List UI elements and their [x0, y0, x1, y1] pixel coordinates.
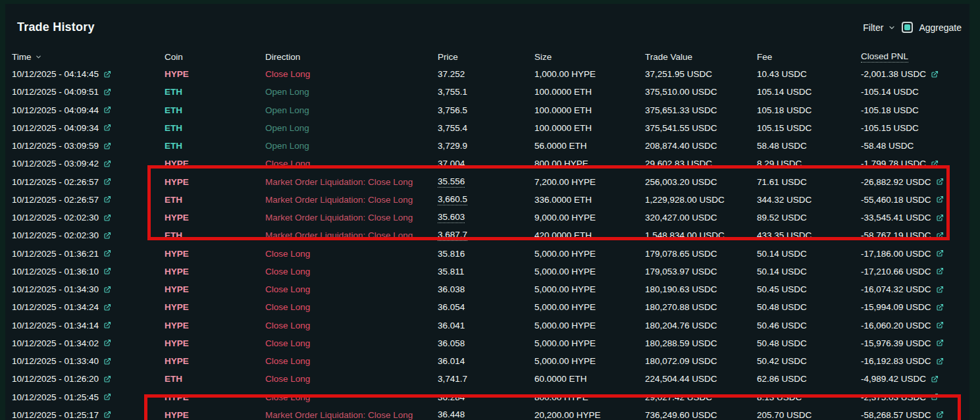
- external-link-icon[interactable]: [936, 249, 944, 257]
- trade-time-cell: 10/12/2025 - 03:09:59: [12, 141, 165, 151]
- table-row: 10/12/2025 - 01:25:45 HYPE Close Long 36…: [12, 388, 960, 406]
- trade-closed-pnl: -26,882.92 USDC: [861, 177, 960, 187]
- external-link-icon[interactable]: [103, 124, 111, 132]
- trade-value: 180,204.76 USDC: [645, 321, 757, 330]
- table-row: 10/12/2025 - 01:34:14 HYPE Close Long 36…: [12, 317, 960, 334]
- external-link-icon[interactable]: [103, 267, 111, 275]
- trade-price: 36.041: [438, 321, 534, 330]
- trade-size: 20,200.00 HYPE: [534, 410, 645, 420]
- trade-fee: 62.86 USDC: [757, 374, 861, 384]
- external-link-icon[interactable]: [936, 321, 944, 329]
- trade-direction: Close Long: [265, 267, 438, 276]
- trade-size: 5,000.00 HYPE: [534, 249, 645, 259]
- page-title: Trade History: [17, 20, 95, 34]
- external-link-icon[interactable]: [103, 393, 111, 401]
- trade-coin: HYPE: [165, 302, 265, 312]
- trade-price: 35.603: [438, 212, 534, 223]
- external-link-icon[interactable]: [931, 393, 939, 401]
- trade-time-cell: 10/12/2025 - 01:33:40: [12, 356, 165, 366]
- trade-time-cell: 10/12/2025 - 02:26:57: [12, 195, 165, 205]
- column-header-fee: Fee: [757, 52, 861, 62]
- trade-size: 420.0000 ETH: [534, 230, 645, 240]
- external-link-icon[interactable]: [936, 232, 944, 240]
- external-link-icon[interactable]: [103, 106, 111, 114]
- filter-button[interactable]: Filter: [863, 22, 896, 33]
- trade-price: 36.038: [438, 284, 534, 294]
- trade-time-cell: 10/12/2025 - 01:36:21: [12, 249, 165, 259]
- external-link-icon[interactable]: [936, 178, 944, 186]
- aggregate-checkbox[interactable]: [902, 22, 913, 33]
- trade-closed-pnl: -2,375.03 USDC: [861, 392, 960, 402]
- external-link-icon[interactable]: [103, 286, 111, 294]
- chevron-down-icon: [888, 24, 896, 32]
- external-link-icon[interactable]: [936, 411, 944, 419]
- trade-coin: HYPE: [165, 249, 265, 259]
- trade-size: 1,000.00 HYPE: [534, 69, 645, 79]
- external-link-icon[interactable]: [103, 357, 111, 365]
- external-link-icon[interactable]: [103, 160, 111, 168]
- trade-coin: HYPE: [165, 321, 265, 330]
- external-link-icon[interactable]: [103, 411, 111, 419]
- trade-fee: 10.43 USDC: [757, 69, 861, 79]
- external-link-icon[interactable]: [103, 232, 111, 240]
- trade-price: 3,660.5: [438, 194, 534, 205]
- trade-size: 9,000.00 HYPE: [534, 213, 645, 223]
- trade-direction: Market Order Liquidation: Close Long: [265, 213, 438, 223]
- trade-fee: 50.14 USDC: [757, 249, 861, 259]
- external-link-icon[interactable]: [936, 267, 944, 275]
- external-link-icon[interactable]: [936, 286, 944, 294]
- trade-size: 5,000.00 HYPE: [534, 267, 645, 276]
- external-link-icon[interactable]: [936, 214, 944, 222]
- external-link-icon[interactable]: [103, 339, 111, 347]
- external-link-icon[interactable]: [103, 303, 111, 311]
- filter-label: Filter: [863, 22, 883, 33]
- external-link-icon[interactable]: [931, 70, 939, 78]
- trade-value: 224,504.44 USDC: [645, 374, 757, 384]
- trade-price: 36.014: [438, 356, 534, 366]
- column-header-time[interactable]: Time: [12, 52, 165, 62]
- trade-history-panel: Trade History Filter Aggregate Time Coin…: [5, 4, 969, 420]
- external-link-icon[interactable]: [936, 303, 944, 311]
- external-link-icon[interactable]: [936, 196, 944, 203]
- table-row: 10/12/2025 - 04:09:34 ETH Open Long 3,75…: [12, 119, 960, 137]
- trade-size: 56.0000 ETH: [534, 141, 645, 151]
- trade-direction: Open Long: [265, 105, 438, 115]
- aggregate-label[interactable]: Aggregate: [919, 22, 962, 33]
- external-link-icon[interactable]: [936, 357, 944, 365]
- column-header-price: Price: [438, 52, 534, 62]
- trade-size: 100.0000 ETH: [534, 87, 645, 97]
- table-row: 10/12/2025 - 03:09:59 ETH Open Long 3,72…: [12, 137, 960, 155]
- external-link-icon[interactable]: [931, 160, 939, 168]
- external-link-icon[interactable]: [103, 142, 111, 150]
- trade-price: 3,741.7: [438, 374, 534, 384]
- external-link-icon[interactable]: [103, 321, 111, 329]
- external-link-icon[interactable]: [103, 214, 111, 222]
- column-header-closed-pnl[interactable]: Closed PNL: [861, 51, 960, 63]
- external-link-icon[interactable]: [103, 249, 111, 257]
- trade-value: 180,190.63 USDC: [645, 284, 757, 294]
- trade-fee: 8.13 USDC: [757, 392, 861, 402]
- trade-closed-pnl: -58,268.57 USDC: [861, 410, 960, 420]
- trade-size: 7,200.00 HYPE: [534, 177, 645, 187]
- trade-price: 36.284: [438, 392, 534, 402]
- external-link-icon[interactable]: [103, 375, 111, 383]
- external-link-icon[interactable]: [103, 178, 111, 186]
- trade-price: 3,687.7: [438, 230, 534, 241]
- trade-value: 1,229,928.00 USDC: [645, 195, 757, 205]
- external-link-icon[interactable]: [936, 339, 944, 347]
- trade-time-cell: 10/12/2025 - 01:26:20: [12, 374, 165, 384]
- trade-size: 5,000.00 HYPE: [534, 302, 645, 312]
- external-link-icon[interactable]: [931, 375, 939, 383]
- external-link-icon[interactable]: [103, 88, 111, 96]
- trade-value: 320,427.00 USDC: [645, 213, 757, 223]
- external-link-icon[interactable]: [103, 70, 111, 78]
- trade-coin: HYPE: [165, 356, 265, 366]
- trade-coin: HYPE: [165, 213, 265, 223]
- trade-closed-pnl: -105.15 USDC: [861, 123, 960, 133]
- column-header-coin: Coin: [165, 52, 265, 62]
- trade-coin: HYPE: [165, 284, 265, 294]
- trade-direction: Close Long: [265, 392, 438, 402]
- trade-value: 37,251.95 USDC: [645, 69, 757, 79]
- external-link-icon[interactable]: [103, 196, 111, 203]
- trade-size: 5,000.00 HYPE: [534, 356, 645, 366]
